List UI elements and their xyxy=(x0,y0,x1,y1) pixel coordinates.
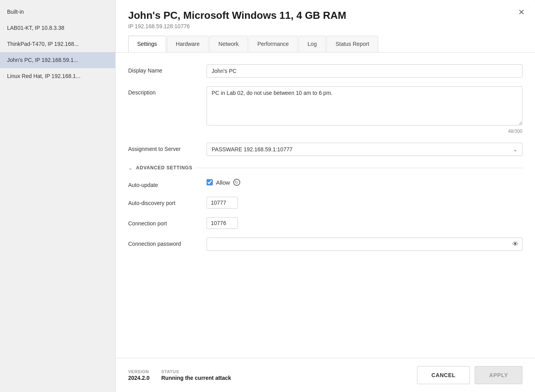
connection-port-input[interactable] xyxy=(207,217,238,229)
status-info: STATUS Running the current attack xyxy=(161,369,231,381)
assignment-control: PASSWARE 192.168.59.1:10777 ⌄ xyxy=(207,143,522,156)
panel-subtitle: IP 192.168.59.128:10776 xyxy=(128,23,522,29)
sidebar-item-linux[interactable]: Linux Red Hat, IP 192.168.1... xyxy=(0,68,115,84)
description-label: Description xyxy=(128,86,207,96)
password-wrapper: 👁︎ xyxy=(207,238,522,251)
description-row: Description 48/300 xyxy=(128,86,522,134)
advanced-title: ADVANCED SETTINGS xyxy=(136,165,192,171)
sidebar-item-built-in[interactable]: Built-in xyxy=(0,4,115,20)
tab-status-report[interactable]: Status Report xyxy=(326,36,378,52)
description-input[interactable] xyxy=(207,86,522,125)
auto-update-control: Allow ↻ xyxy=(207,179,522,186)
main-panel: ✕ John's PC, Microsoft Windows 11, 4 GB … xyxy=(116,0,535,392)
auto-discovery-port-row: Auto-discovery port xyxy=(128,197,522,209)
cancel-button[interactable]: CANCEL xyxy=(417,366,470,384)
auto-update-checkbox-row: Allow ↻ xyxy=(207,179,522,186)
apply-button[interactable]: APPLY xyxy=(475,366,522,384)
auto-discovery-port-input[interactable] xyxy=(207,197,238,209)
version-value: 2024.2.0 xyxy=(128,375,150,381)
panel-header: ✕ John's PC, Microsoft Windows 11, 4 GB … xyxy=(116,0,535,53)
tab-hardware[interactable]: Hardware xyxy=(167,36,209,52)
footer-buttons: CANCEL APPLY xyxy=(417,366,522,384)
connection-port-label: Connection port xyxy=(128,217,207,227)
chevron-collapse-icon[interactable]: ⌄ xyxy=(128,165,133,171)
char-count: 48/300 xyxy=(207,129,522,134)
tab-performance[interactable]: Performance xyxy=(248,36,298,52)
connection-port-control xyxy=(207,217,522,229)
info-icon[interactable]: ↻ xyxy=(233,179,240,186)
sidebar: Built-in LAB01-KT, IP 10.8.3.38 ThinkPad… xyxy=(0,0,116,392)
display-name-input[interactable] xyxy=(207,64,522,78)
version-info: VERSION 2024.2.0 xyxy=(128,369,150,381)
panel-title: John's PC, Microsoft Windows 11, 4 GB RA… xyxy=(128,9,522,22)
tab-network[interactable]: Network xyxy=(209,36,247,52)
eye-icon[interactable]: 👁︎ xyxy=(512,241,519,248)
advanced-divider xyxy=(196,168,522,168)
connection-password-label: Connection password xyxy=(128,238,207,247)
display-name-label: Display Name xyxy=(128,64,207,74)
close-button[interactable]: ✕ xyxy=(515,6,527,18)
assignment-select[interactable]: PASSWARE 192.168.59.1:10777 xyxy=(207,143,522,156)
sidebar-item-thinkpad[interactable]: ThinkPad-T470, IP 192.168... xyxy=(0,36,115,52)
auto-update-checkbox[interactable] xyxy=(207,179,213,185)
assignment-row: Assignment to Server PASSWARE 192.168.59… xyxy=(128,143,522,156)
auto-update-label: Auto-update xyxy=(128,179,207,188)
version-label: VERSION xyxy=(128,369,150,374)
sidebar-item-johns-pc[interactable]: John's PC, IP 192.168.59.1... xyxy=(0,52,115,68)
display-name-row: Display Name xyxy=(128,64,522,78)
auto-update-row: Auto-update Allow ↻ xyxy=(128,179,522,188)
app-container: Built-in LAB01-KT, IP 10.8.3.38 ThinkPad… xyxy=(0,0,535,392)
tab-log[interactable]: Log xyxy=(299,36,326,52)
sidebar-item-lab01[interactable]: LAB01-KT, IP 10.8.3.38 xyxy=(0,20,115,36)
panel-footer: VERSION 2024.2.0 STATUS Running the curr… xyxy=(116,358,535,392)
display-name-control xyxy=(207,64,522,78)
tab-settings[interactable]: Settings xyxy=(128,36,166,52)
connection-password-row: Connection password 👁︎ xyxy=(128,238,522,251)
tabs: Settings Hardware Network Performance Lo… xyxy=(128,36,522,52)
connection-password-control: 👁︎ xyxy=(207,238,522,251)
description-control: 48/300 xyxy=(207,86,522,134)
panel-content: Display Name Description 48/300 Assignme… xyxy=(116,53,535,358)
advanced-section: ⌄ ADVANCED SETTINGS Auto-update Allow ↻ xyxy=(128,165,522,251)
connection-port-row: Connection port xyxy=(128,217,522,229)
assignment-label: Assignment to Server xyxy=(128,143,207,152)
status-label: STATUS xyxy=(161,369,231,374)
auto-discovery-port-label: Auto-discovery port xyxy=(128,197,207,206)
connection-password-input[interactable] xyxy=(207,238,522,251)
allow-label: Allow xyxy=(216,179,230,186)
auto-discovery-port-control xyxy=(207,197,522,209)
footer-info: VERSION 2024.2.0 STATUS Running the curr… xyxy=(128,369,231,381)
assignment-select-wrapper: PASSWARE 192.168.59.1:10777 ⌄ xyxy=(207,143,522,156)
status-value: Running the current attack xyxy=(161,375,231,381)
advanced-header: ⌄ ADVANCED SETTINGS xyxy=(128,165,522,171)
